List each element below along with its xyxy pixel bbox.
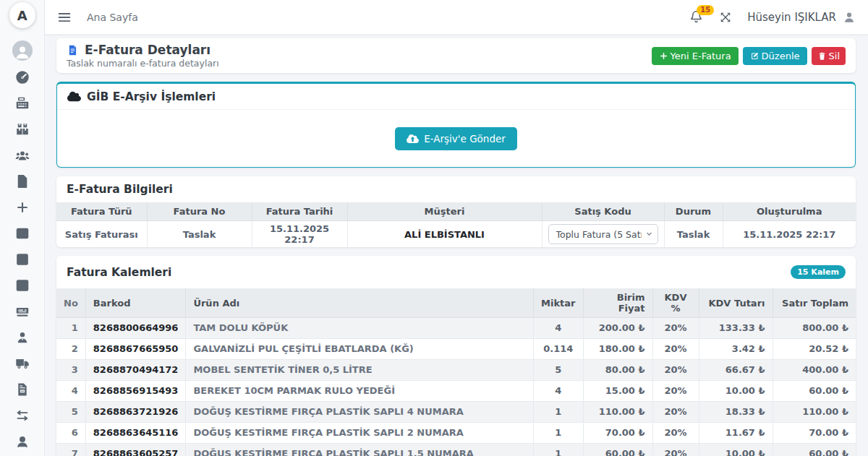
dashboard-icon [14, 69, 30, 85]
sidebar-item-boxes[interactable] [14, 121, 30, 137]
delete-button[interactable]: Sil [812, 47, 846, 65]
cell-no: 3 [56, 360, 85, 381]
cloud-upload-icon [407, 134, 419, 144]
new-invoice-button[interactable]: Yeni E-Fatura [652, 47, 739, 65]
user-tie-icon [14, 330, 30, 345]
cloud-icon [67, 90, 81, 103]
edit-button[interactable]: Düzenle [743, 47, 807, 65]
cell-satir-toplam: 20.52 ₺ [773, 339, 856, 360]
user-name: Hüseyin IŞIKLAR [747, 11, 836, 24]
file-blue-icon [67, 44, 79, 56]
cell-miktar: 1 [534, 402, 583, 423]
sidebar-item-dashboard[interactable] [14, 69, 30, 85]
logo-letter: A [17, 8, 27, 23]
user-icon [14, 434, 30, 449]
main-area: Ana Sayfa 15 Hüseyin IŞIKLAR [45, 0, 868, 456]
cell-birim-fiyat: 180.00 ₺ [583, 339, 652, 360]
cell-no: 6 [56, 423, 85, 444]
sidebar-item-truck[interactable] [14, 356, 30, 371]
sidebar-item-user-tie[interactable] [14, 330, 30, 345]
col-satir-toplam: Satır Toplam [773, 288, 856, 318]
earsiv-card: GİB E-Arşiv İşlemleri E-Arşiv'e Gönder [56, 82, 856, 168]
breadcrumb[interactable]: Ana Sayfa [87, 12, 138, 23]
invoice-items-table: No Barkod Ürün Adı Miktar Birim Fiyat KD… [56, 288, 856, 456]
cell-kdv-tutari: 10.00 ₺ [699, 381, 773, 402]
cell-barkod: 8268867665950 [85, 339, 186, 360]
cell-birim-fiyat: 200.00 ₺ [583, 318, 652, 339]
cell-urun-adi: MOBEL SENTETİK TİNER 0,5 LİTRE [186, 360, 534, 381]
table-row: 48268856915493BEREKET 10CM PARMAK RULO Y… [56, 381, 856, 402]
cell-birim-fiyat: 60.00 ₺ [583, 444, 652, 456]
page-subtitle: Taslak numaralı e-fatura detayları [67, 58, 219, 69]
plus-icon [659, 51, 668, 61]
truck-icon [14, 356, 30, 371]
cell-miktar: 1 [534, 423, 583, 444]
col-urun-adi: Ürün Adı [186, 288, 534, 318]
sidebar-item-user[interactable] [14, 434, 30, 449]
col-fatura-turu: Fatura Türü [56, 202, 147, 221]
cell-kdv: 20% [652, 381, 699, 402]
col-miktar: Miktar [534, 288, 583, 318]
cell-kdv: 20% [652, 318, 699, 339]
plus-icon [14, 199, 30, 215]
list-icon [14, 225, 30, 241]
app-root: A Ana Sayfa 15 Hüseyin IŞIKLAR [0, 0, 868, 456]
avatar[interactable] [12, 40, 33, 61]
navbar-right: 15 Hüseyin IŞIKLAR [689, 9, 856, 25]
top-navbar: Ana Sayfa 15 Hüseyin IŞIKLAR [45, 0, 868, 35]
col-kdv: KDV % [652, 288, 699, 318]
cell-no: 7 [56, 444, 85, 456]
title-block: E-Fatura Detayları Taslak numaralı e-fat… [67, 43, 219, 69]
cell-miktar: 0.114 [534, 339, 583, 360]
notifications-button[interactable]: 15 [689, 9, 704, 25]
header-buttons: Yeni E-Fatura Düzenle Sil [652, 47, 846, 65]
user-menu[interactable]: Hüseyin IŞIKLAR [747, 10, 856, 25]
app-logo[interactable]: A [9, 2, 35, 28]
col-no: No [56, 288, 85, 318]
cell-barkod: 8268863605257 [85, 444, 186, 456]
cell-musteri: ALİ ELBİSTANLI [347, 221, 542, 248]
invoice-items-title: Fatura Kalemleri [67, 266, 171, 279]
chart-line-icon [14, 278, 30, 293]
sidebar-item-plus[interactable] [14, 199, 30, 215]
sidebar-item-file-invoice[interactable] [14, 382, 30, 397]
sidebar-item-plus-square[interactable] [14, 251, 30, 267]
satis-kodu-select[interactable]: Toplu Fatura (5 Satış) [548, 224, 658, 244]
fullscreen-button[interactable] [718, 10, 733, 25]
cell-satir-toplam: 60.00 ₺ [773, 381, 856, 402]
invoice-info-title: E-Fatura Bilgileri [67, 183, 173, 196]
cell-satir-toplam: 800.00 ₺ [773, 318, 856, 339]
cell-birim-fiyat: 80.00 ₺ [583, 360, 652, 381]
content: E-Fatura Detayları Taslak numaralı e-fat… [45, 35, 868, 456]
cell-kdv: 20% [652, 339, 699, 360]
sidebar-item-chart-line[interactable] [14, 278, 30, 293]
sidebar-item-exchange[interactable] [14, 408, 30, 423]
sidebar-item-users[interactable] [14, 147, 30, 163]
cell-kdv-tutari: 133.33 ₺ [699, 318, 773, 339]
col-fatura-tarihi: Fatura Tarihi [252, 202, 347, 221]
sidebar-item-file[interactable] [14, 173, 30, 189]
cell-fatura-turu: Satış Faturası [56, 221, 147, 248]
cell-kdv-tutari: 10.00 ₺ [699, 444, 773, 456]
cell-urun-adi: BEREKET 10CM PARMAK RULO YEDEĞİ [186, 381, 534, 402]
page-title: E-Fatura Detayları [85, 43, 210, 57]
hamburger-icon[interactable] [56, 9, 72, 25]
users-icon [14, 147, 30, 163]
cell-barkod: 8268863721926 [85, 402, 186, 423]
invoice-info-table: Fatura Türü Fatura No Fatura Tarihi Müşt… [56, 202, 856, 247]
sidebar-item-money-check[interactable] [14, 304, 30, 319]
sidebar-menu [14, 69, 30, 449]
cell-kdv-tutari: 66.67 ₺ [699, 360, 773, 381]
cell-kdv-tutari: 3.42 ₺ [699, 339, 773, 360]
sidebar-item-cash-register[interactable] [14, 95, 30, 111]
cell-no: 5 [56, 402, 85, 423]
money-check-icon [14, 304, 30, 319]
send-earsiv-button[interactable]: E-Arşiv'e Gönder [395, 127, 517, 150]
notification-badge: 15 [697, 5, 714, 15]
info-data-row: Satış Faturası Taslak 15.11.2025 22:17 A… [56, 221, 856, 248]
earsiv-card-body: E-Arşiv'e Gönder [57, 110, 855, 167]
info-header-row: Fatura Türü Fatura No Fatura Tarihi Müşt… [56, 202, 856, 221]
col-kdv-tutari: KDV Tutarı [699, 288, 773, 318]
items-header-row: No Barkod Ürün Adı Miktar Birim Fiyat KD… [56, 288, 856, 318]
sidebar-item-list[interactable] [14, 225, 30, 241]
